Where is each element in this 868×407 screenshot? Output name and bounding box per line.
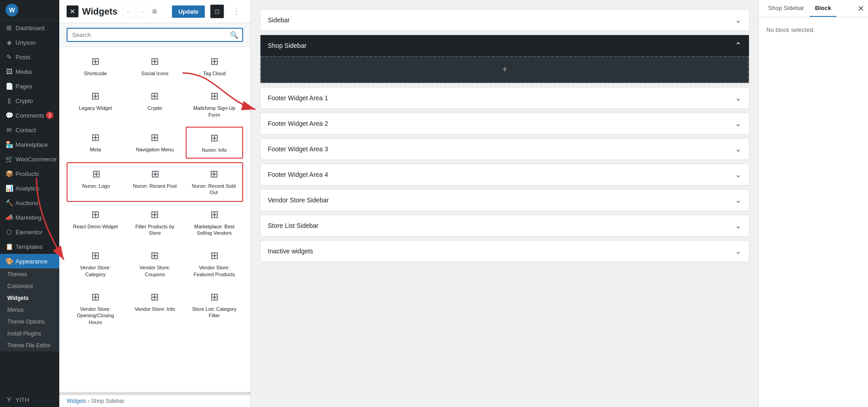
crypto-icon: ₿ [5, 97, 13, 104]
widget-item-vendor-info[interactable]: ⊞ Vendor Store: Info [126, 286, 183, 330]
widget-icon: ⊞ [91, 132, 99, 144]
sidebar-item-label: Templates [16, 243, 42, 250]
sidebar-submenu-install-plugins[interactable]: Install Plugins [0, 328, 59, 340]
search-input[interactable] [68, 29, 226, 41]
sidebar-submenu-themes[interactable]: Themes [0, 268, 59, 280]
view-toggle-button[interactable]: ⊡ [210, 5, 224, 18]
sidebar-area-vendor-store-header[interactable]: Vendor Store Sidebar ⌄ [260, 190, 749, 211]
widget-item-label: Mailchimp Sign-Up Form [189, 105, 240, 118]
widget-item-vendor-category[interactable]: ⊞ Vendor Store: Category [67, 245, 124, 283]
sidebar-submenu-menus[interactable]: Menus [0, 304, 59, 316]
sidebar-item-yith[interactable]: Y YITH [0, 392, 59, 407]
widget-menu-button[interactable]: ≡ [152, 7, 157, 16]
sidebar-area-store-list-header[interactable]: Store List Sidebar ⌄ [260, 215, 749, 236]
pages-icon: 📄 [5, 82, 13, 90]
sidebar-item-dashboard[interactable]: ⊞ Dashboard [0, 21, 59, 35]
sidebar-area-label: Footer Widget Area 1 [268, 94, 328, 102]
marketing-icon: 📣 [5, 214, 13, 221]
widget-group-1: ⊞ Shortcode ⊞ Social Icons ⊞ Tag Cloud [67, 51, 243, 82]
sidebar-item-appearance[interactable]: 🎨 Appearance [0, 254, 59, 268]
add-block-button[interactable]: + [260, 56, 749, 83]
sidebar-item-products[interactable]: 📦 Products [0, 166, 59, 181]
widget-icon: ⊞ [210, 132, 218, 144]
widget-item-label: React Demo Widget [73, 223, 118, 230]
sidebar-submenu-customize[interactable]: Customize [0, 280, 59, 292]
widget-item-nuron-logo[interactable]: ⊞ Nuron: Logo [68, 163, 125, 201]
widget-group-2: ⊞ Legacy Widget ⊞ Crypto ⊞ Mailchimp Sig… [67, 85, 243, 123]
widget-item-marketplace-best-selling[interactable]: ⊞ Marketplace: Best Selling Vendors [186, 204, 243, 242]
widget-item-meta[interactable]: ⊞ Meta [67, 127, 124, 159]
sidebar-area-label: Footer Widget Area 2 [268, 120, 328, 127]
sidebar-item-woocommerce[interactable]: 🛒 WooCommerce [0, 152, 59, 166]
sidebar-item-analytics[interactable]: 📊 Analytics [0, 181, 59, 196]
widget-grid: ⊞ Meta ⊞ Navigation Menu ⊞ Nuron: Info [67, 127, 243, 159]
sidebar-item-label: Elementor [16, 229, 42, 236]
widget-icon: ⊞ [92, 168, 100, 180]
redo-button[interactable]: → [137, 5, 149, 17]
submenu-label: Customize [7, 283, 33, 289]
widget-icon: ⊞ [151, 209, 159, 221]
widget-item-label: Social Icons [141, 70, 168, 77]
sidebar-submenu-theme-options[interactable]: Theme Options [0, 316, 59, 328]
widget-item-nuron-recent-sold-out[interactable]: ⊞ Nuron: Recent Sold Out [185, 163, 242, 201]
sidebar-submenu-widgets[interactable]: Widgets [0, 292, 59, 304]
sidebar-item-crypto[interactable]: ₿ Crypto [0, 93, 59, 108]
breadcrumb-link[interactable]: Widgets [67, 398, 86, 404]
widget-item-label: Navigation Menu [136, 146, 174, 153]
sidebar-area-inactive-header[interactable]: Inactive widgets ⌄ [260, 241, 749, 262]
sidebar-item-pages[interactable]: 📄 Pages [0, 79, 59, 93]
sidebar-item-label: WooCommerce [16, 156, 57, 163]
widget-item-crypto[interactable]: ⊞ Crypto [126, 85, 183, 123]
widget-item-mailchimp[interactable]: ⊞ Mailchimp Sign-Up Form [186, 85, 243, 123]
widget-item-nuron-recent-post[interactable]: ⊞ Nuron: Recent Post [126, 163, 183, 201]
right-panel-close-button[interactable]: ✕ [858, 4, 864, 14]
sidebar-area-footer-3-header[interactable]: Footer Widget Area 3 ⌄ [260, 139, 749, 160]
sidebar-area-shop-sidebar-header[interactable]: Shop Sidebar ⌃ [260, 35, 749, 56]
sidebar-item-label: Dashboard [16, 25, 45, 31]
sidebar-area-footer-4-header[interactable]: Footer Widget Area 4 ⌄ [260, 164, 749, 185]
marketplace-icon: 🏪 [5, 141, 13, 148]
sidebar-item-posts[interactable]: ✎ Posts [0, 50, 59, 64]
widget-item-shortcode[interactable]: ⊞ Shortcode [67, 51, 124, 82]
widget-item-nav-menu[interactable]: ⊞ Navigation Menu [126, 127, 183, 159]
widget-item-label: Nuron: Recent Post [133, 183, 177, 189]
chevron-down-icon: ⌄ [735, 246, 742, 256]
widget-group-5: ⊞ React Demo Widget ⊞ Filter Products by… [67, 204, 243, 242]
more-options-button[interactable]: ⋮ [229, 5, 243, 18]
sidebar-submenu-theme-file-editor[interactable]: Theme File Editor [0, 340, 59, 351]
sidebar-item-label: Auctions [16, 200, 38, 206]
sidebar-area-footer-2: Footer Widget Area 2 ⌄ [260, 113, 749, 134]
sidebar-area-footer-1-header[interactable]: Footer Widget Area 1 ⌄ [260, 88, 749, 108]
sidebar-area-footer-2-header[interactable]: Footer Widget Area 2 ⌄ [260, 113, 749, 134]
widget-item-vendor-featured[interactable]: ⊞ Vendor Store: Featured Products [186, 245, 243, 283]
sidebar-item-marketplace[interactable]: 🏪 Marketplace [0, 137, 59, 152]
sidebar-item-comments[interactable]: 💬 Comments 3 [0, 108, 59, 123]
sidebar-item-contact[interactable]: ✉ Contact [0, 123, 59, 137]
undo-button[interactable]: ← [123, 5, 135, 17]
sidebar-item-media[interactable]: 🖼 Media [0, 64, 59, 79]
sidebar-item-auctions[interactable]: 🔨 Auctions [0, 196, 59, 210]
widget-item-social-icons[interactable]: ⊞ Social Icons [126, 51, 183, 82]
widget-item-tag-cloud[interactable]: ⊞ Tag Cloud [186, 51, 243, 82]
sidebar-item-elementor[interactable]: ⬡ Elementor [0, 225, 59, 239]
widget-item-nuron-info[interactable]: ⊞ Nuron: Info [186, 127, 243, 159]
update-button[interactable]: Update [172, 5, 205, 18]
widget-item-store-list-category-filter[interactable]: ⊞ Store List: Category Filter [186, 286, 243, 330]
sidebar-item-marketing[interactable]: 📣 Marketing [0, 210, 59, 225]
sidebar-item-label: Products [16, 170, 39, 177]
scroll-thumb[interactable] [248, 392, 250, 393]
widget-grid: ⊞ Nuron: Logo ⊞ Nuron: Recent Post ⊞ Nur… [68, 163, 242, 201]
tab-block[interactable]: Block [810, 0, 837, 17]
sidebar-item-templates[interactable]: 📋 Templates [0, 239, 59, 254]
widget-item-filter-products[interactable]: ⊞ Filter Products by Store [126, 204, 183, 242]
sidebar-item-unyson[interactable]: ◈ Unyson [0, 35, 59, 50]
widget-icon: ⊞ [210, 291, 218, 303]
sidebar-area-sidebar-header[interactable]: Sidebar ⌄ [260, 10, 749, 31]
tab-shop-sidebar[interactable]: Shop Sidebar [763, 0, 810, 17]
widget-item-legacy[interactable]: ⊞ Legacy Widget [67, 85, 124, 123]
widget-item-vendor-coupons[interactable]: ⊞ Vendor Store: Coupons [126, 245, 183, 283]
widget-item-label: Vendor Store: Featured Products [189, 264, 240, 278]
widget-close-button[interactable]: ✕ [67, 5, 78, 17]
widget-item-vendor-opening-closing[interactable]: ⊞ Vendor Store: Opening/Closing Hours [67, 286, 124, 330]
widget-item-react-demo[interactable]: ⊞ React Demo Widget [67, 204, 124, 242]
